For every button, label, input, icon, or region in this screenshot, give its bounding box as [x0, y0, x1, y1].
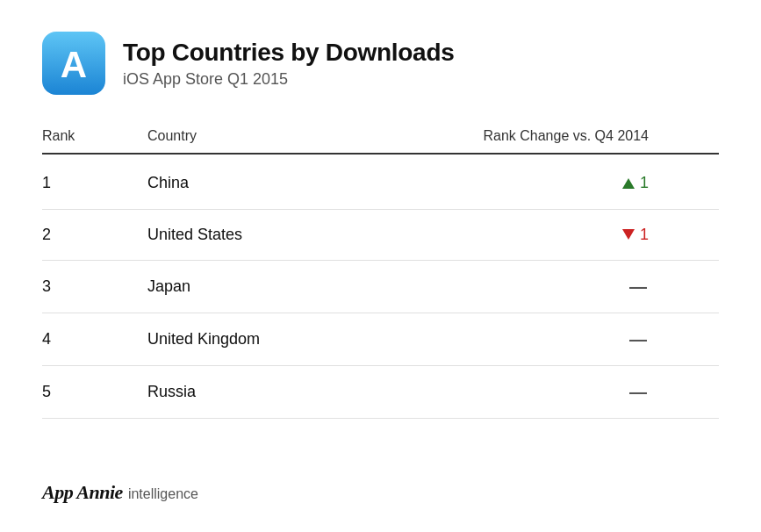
table-row: 1China1 — [42, 154, 719, 209]
brand-name: App Annie — [42, 481, 123, 504]
col-rank: Rank — [42, 119, 147, 154]
header: A Top Countries by Downloads iOS App Sto… — [42, 32, 719, 95]
svg-text:A: A — [61, 44, 87, 85]
header-text: Top Countries by Downloads iOS App Store… — [123, 39, 454, 89]
rank-cell: 5 — [42, 366, 147, 419]
rankings-table: Rank Country Rank Change vs. Q4 2014 1Ch… — [42, 119, 719, 419]
table-container: Rank Country Rank Change vs. Q4 2014 1Ch… — [42, 119, 719, 419]
change-cell: — — [428, 313, 719, 366]
change-neutral: — — [629, 382, 649, 401]
change-value: 1 — [640, 226, 649, 244]
change-cell: 1 — [428, 154, 719, 209]
table-row: 5Russia— — [42, 366, 719, 419]
brand-sub: intelligence — [128, 486, 198, 502]
change-value: 1 — [640, 174, 649, 192]
country-cell: China — [147, 154, 428, 209]
main-card: A Top Countries by Downloads iOS App Sto… — [0, 0, 761, 532]
app-store-icon: A — [42, 32, 105, 95]
change-neutral: — — [629, 277, 649, 296]
change-neutral: — — [629, 329, 649, 349]
rank-cell: 3 — [42, 261, 147, 313]
country-cell: Russia — [147, 366, 428, 419]
rank-cell: 1 — [42, 154, 147, 209]
col-change: Rank Change vs. Q4 2014 — [428, 119, 719, 154]
change-cell: — — [428, 366, 719, 419]
table-row: 3Japan— — [42, 261, 719, 313]
table-row: 4United Kingdom— — [42, 313, 719, 366]
up-arrow-icon — [622, 178, 635, 189]
change-cell: — — [428, 261, 719, 313]
table-row: 2United States1 — [42, 209, 719, 261]
country-cell: United States — [147, 209, 428, 261]
country-cell: United Kingdom — [147, 313, 428, 366]
col-country: Country — [147, 119, 428, 154]
table-header-row: Rank Country Rank Change vs. Q4 2014 — [42, 119, 719, 154]
rank-cell: 4 — [42, 313, 147, 366]
change-cell: 1 — [428, 209, 719, 261]
main-title: Top Countries by Downloads — [123, 39, 454, 67]
sub-title: iOS App Store Q1 2015 — [123, 70, 454, 89]
rank-cell: 2 — [42, 209, 147, 261]
footer: App Annie intelligence — [42, 481, 719, 504]
down-arrow-icon — [622, 229, 635, 240]
country-cell: Japan — [147, 261, 428, 313]
